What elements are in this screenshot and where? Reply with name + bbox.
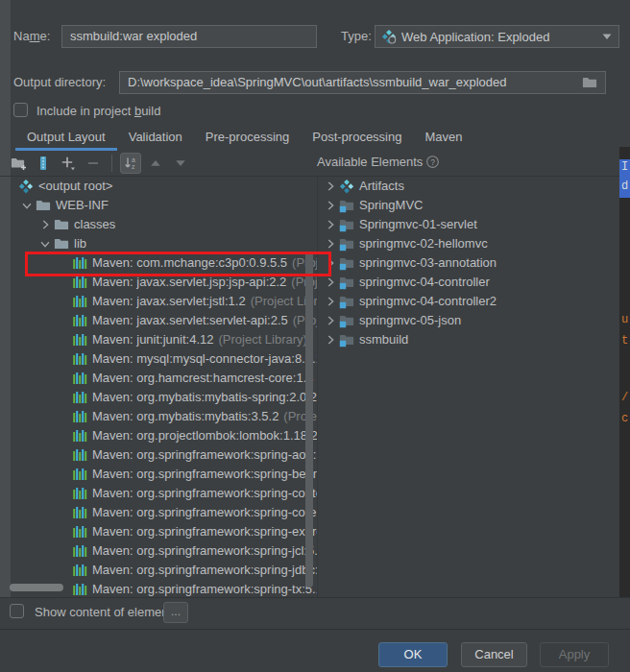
tab-output-layout[interactable]: Output Layout — [15, 127, 117, 150]
svg-text:a: a — [132, 156, 135, 163]
tree-item-lib[interactable]: lib — [11, 234, 317, 253]
tree-item-maven-javax-servlet-jstl-1-2[interactable]: Maven: javax.servlet:jstl:1.2(Project Li… — [11, 292, 317, 311]
tree-item-maven-org-springframework-spring-context[interactable]: Maven: org.springframework:spring-contex… — [11, 484, 317, 503]
web-application-exploded-icon — [381, 29, 397, 44]
tree-item-maven-org-mybatis-mybatis-spring-2-0-2[interactable]: Maven: org.mybatis:mybatis-spring:2.0.2(… — [11, 388, 317, 407]
name-input[interactable]: ssmbuild:war exploded — [61, 25, 317, 48]
add-copy-of-directory-icon[interactable] — [8, 153, 29, 174]
tree-item-maven-org-springframework-spring-beans-5[interactable]: Maven: org.springframework:spring-beans:… — [11, 465, 317, 484]
remove-icon[interactable] — [83, 153, 104, 174]
tab-pre-processing[interactable]: Pre-processing — [194, 127, 301, 150]
editor-code-character: I — [621, 161, 628, 173]
add-icon[interactable] — [58, 153, 79, 174]
output-directory-input[interactable]: D:\workspace_idea\SpringMVC\out\artifact… — [119, 71, 606, 94]
chevron-down-icon[interactable] — [18, 199, 36, 212]
chevron-right-icon[interactable] — [322, 180, 339, 193]
tree-item-springmvc[interactable]: SpringMVC — [318, 196, 619, 215]
tree-item-label: Maven: org.projectlombok:lombok:1.18.24 — [92, 426, 317, 445]
type-dropdown-value: Web Application: Exploded — [401, 30, 549, 44]
tree-item-label: Springmvc-01-servlet — [359, 215, 477, 234]
tab-maven[interactable]: Maven — [413, 127, 473, 150]
tree-item-maven-org-springframework-spring-aop-5-1[interactable]: Maven: org.springframework:spring-aop:5.… — [11, 445, 317, 465]
tree-item-springmvc-04-controller2[interactable]: springmvc-04-controller2 — [318, 292, 619, 311]
tree-item-label: Maven: org.mybatis:mybatis-spring:2.0.2 — [92, 388, 317, 407]
show-content-of-elements-label: Show content of elements — [35, 605, 179, 619]
browse-folder-icon[interactable] — [582, 75, 597, 93]
tree-item-springmvc-04-controller[interactable]: springmvc-04-controller — [318, 273, 619, 292]
chevron-right-icon[interactable] — [322, 237, 339, 251]
tree-item-maven-org-springframework-spring-core-5-[interactable]: Maven: org.springframework:spring-core:5… — [11, 503, 317, 522]
tree-item-artifacts[interactable]: Artifacts — [318, 177, 619, 196]
chevron-right-icon[interactable] — [322, 218, 339, 231]
tree-item-maven-org-hamcrest-hamcrest-core-1-3[interactable]: Maven: org.hamcrest:hamcrest-core:1.3(Pr… — [11, 369, 317, 388]
chevron-right-icon[interactable] — [322, 199, 339, 212]
tree-item-maven-org-springframework-spring-jcl-5-1[interactable]: Maven: org.springframework:spring-jcl:5.… — [11, 541, 317, 561]
tree-item-label: ssmbuild — [359, 330, 408, 349]
toolbar-separator — [111, 155, 112, 172]
tree-item-maven-junit-junit-4-12[interactable]: Maven: junit:junit:4.12(Project Library) — [11, 330, 317, 349]
tree-item-output-root[interactable]: <output root> — [11, 177, 317, 196]
module-icon — [339, 217, 354, 232]
tree-item-label: Maven: org.hamcrest:hamcrest-core:1.3 — [92, 369, 313, 388]
chevron-right-icon[interactable] — [322, 333, 339, 347]
horizontal-scrollbar[interactable] — [10, 584, 63, 591]
sort-alphabetically-icon[interactable]: az — [120, 153, 141, 174]
tree-item-label: Maven: org.springframework:spring-jcl:5.… — [92, 541, 317, 561]
tree-item-label: Maven: javax.servlet.jsp:jsp-api:2.2 — [92, 273, 286, 292]
tab-post-processing[interactable]: Post-processing — [301, 127, 413, 150]
chevron-right-icon[interactable] — [322, 276, 339, 289]
chevron-right-icon[interactable] — [36, 218, 54, 231]
move-down-icon[interactable] — [170, 153, 191, 174]
tree-item-maven-org-springframework-spring-express[interactable]: Maven: org.springframework:spring-expres… — [11, 522, 317, 541]
editor-code-character: t — [621, 335, 628, 347]
tree-item-label: Maven: javax.servlet:servlet-api:2.5 — [92, 311, 288, 330]
include-in-project-build-label: Include in project build — [36, 104, 160, 118]
tree-item-ssmbuild[interactable]: ssmbuild — [318, 330, 619, 349]
lib-icon — [72, 294, 87, 309]
type-dropdown[interactable]: Web Application: Exploded — [375, 25, 619, 48]
tree-item-springmvc-01-servlet[interactable]: Springmvc-01-servlet — [318, 215, 619, 234]
tree-item-springmvc-02-hellomvc[interactable]: springmvc-02-hellomvc — [318, 234, 619, 253]
lib-icon — [72, 582, 87, 597]
chevron-right-icon[interactable] — [322, 256, 339, 270]
create-archive-icon[interactable] — [33, 153, 54, 174]
lib-icon — [72, 505, 87, 520]
tree-item-maven-org-springframework-spring-jdbc-5-[interactable]: Maven: org.springframework:spring-jdbc:5… — [11, 561, 317, 580]
module-icon — [339, 332, 354, 348]
tree-item-springmvc-03-annotation[interactable]: springmvc-03-annotation — [318, 253, 619, 273]
chevron-right-icon[interactable] — [322, 314, 339, 327]
vertical-scrollbar[interactable] — [305, 252, 313, 588]
cancel-button[interactable]: Cancel — [461, 642, 527, 667]
help-icon[interactable]: ? — [425, 155, 440, 169]
available-elements-label: Available Elements — [317, 155, 423, 169]
chevron-down-icon[interactable] — [36, 237, 54, 251]
lib-icon — [72, 371, 87, 386]
tree-item-label: Maven: javax.servlet:jstl:1.2 — [92, 292, 246, 311]
layout-panels: <output root>WEB-INFclasseslib Maven: co… — [0, 177, 630, 597]
output-directory-label: Output directory: — [13, 75, 106, 89]
tab-validation[interactable]: Validation — [117, 127, 194, 150]
more-options-button[interactable]: ... — [163, 602, 188, 623]
chevron-right-icon[interactable] — [322, 295, 339, 308]
lib-icon — [72, 409, 87, 424]
tree-item-web-inf[interactable]: WEB-INF — [11, 196, 317, 215]
tree-item-label: springmvc-03-annotation — [359, 253, 497, 273]
available-elements-header: Available Elements ? — [317, 155, 440, 169]
tree-item-maven-org-projectlombok-lombok-1-18-24[interactable]: Maven: org.projectlombok:lombok:1.18.24(… — [11, 426, 317, 445]
show-content-of-elements-checkbox[interactable] — [10, 604, 24, 618]
move-up-icon[interactable] — [145, 153, 166, 174]
tree-item-maven-mysql-mysql-connector-java-8-0-12[interactable]: Maven: mysql:mysql-connector-java:8.0.12… — [11, 349, 317, 369]
include-in-project-build-checkbox[interactable] — [13, 103, 28, 117]
tree-item-maven-com-mchange-c3p0-0-9-5-5[interactable]: Maven: com.mchange:c3p0:0.9.5.5(Project … — [11, 253, 317, 273]
ok-button[interactable]: OK — [378, 642, 448, 667]
tree-item-maven-javax-servlet-jsp-jsp-api-2-2[interactable]: Maven: javax.servlet.jsp:jsp-api:2.2(Pro… — [11, 273, 317, 292]
tree-item-label: springmvc-02-hellomvc — [359, 234, 488, 253]
tab-bar: Output LayoutValidationPre-processingPos… — [0, 127, 630, 150]
output-layout-tree: <output root>WEB-INFclasseslib Maven: co… — [11, 177, 317, 597]
tree-item-springmvc-05-json[interactable]: springmvc-05-json — [318, 311, 619, 330]
tree-item-label: Maven: org.springframework:spring-aop:5.… — [92, 445, 317, 465]
tree-item-maven-org-mybatis-mybatis-3-5-2[interactable]: Maven: org.mybatis:mybatis:3.5.2(Project… — [11, 407, 317, 426]
tree-item-classes[interactable]: classes — [11, 215, 317, 234]
lib-icon — [72, 332, 87, 348]
tree-item-maven-javax-servlet-servlet-api-2-5[interactable]: Maven: javax.servlet:servlet-api:2.5(Pro… — [11, 311, 317, 330]
